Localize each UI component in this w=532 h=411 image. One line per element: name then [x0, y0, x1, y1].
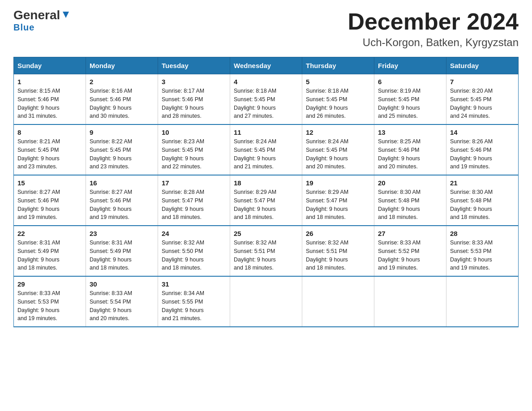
day-number: 31	[162, 280, 226, 288]
day-number: 9	[90, 128, 154, 136]
calendar-cell: 1Sunrise: 8:15 AM Sunset: 5:46 PM Daylig…	[14, 74, 86, 125]
day-info: Sunrise: 8:15 AM Sunset: 5:46 PM Dayligh…	[17, 87, 82, 120]
day-info: Sunrise: 8:31 AM Sunset: 5:49 PM Dayligh…	[17, 239, 82, 272]
column-header-monday: Monday	[86, 57, 158, 74]
day-info: Sunrise: 8:24 AM Sunset: 5:45 PM Dayligh…	[306, 137, 370, 171]
day-info: Sunrise: 8:30 AM Sunset: 5:48 PM Dayligh…	[378, 188, 442, 222]
day-info: Sunrise: 8:29 AM Sunset: 5:47 PM Dayligh…	[306, 188, 370, 222]
day-info: Sunrise: 8:26 AM Sunset: 5:46 PM Dayligh…	[450, 137, 515, 171]
calendar-cell: 22Sunrise: 8:31 AM Sunset: 5:49 PM Dayli…	[14, 226, 86, 276]
day-info: Sunrise: 8:33 AM Sunset: 5:53 PM Dayligh…	[17, 289, 82, 323]
column-header-saturday: Saturday	[446, 57, 519, 74]
day-number: 8	[17, 128, 82, 136]
day-info: Sunrise: 8:18 AM Sunset: 5:45 PM Dayligh…	[306, 87, 370, 120]
day-info: Sunrise: 8:30 AM Sunset: 5:48 PM Dayligh…	[450, 188, 515, 222]
day-number: 5	[306, 78, 370, 86]
day-number: 14	[450, 128, 515, 136]
title-block: December 2024 Uch-Korgon, Batken, Kyrgyz…	[348, 9, 519, 49]
day-number: 4	[234, 78, 298, 86]
calendar-cell: 6Sunrise: 8:19 AM Sunset: 5:45 PM Daylig…	[374, 74, 446, 125]
day-info: Sunrise: 8:32 AM Sunset: 5:51 PM Dayligh…	[306, 239, 370, 272]
day-number: 20	[378, 179, 442, 187]
calendar-table: SundayMondayTuesdayWednesdayThursdayFrid…	[13, 57, 519, 327]
day-info: Sunrise: 8:19 AM Sunset: 5:45 PM Dayligh…	[378, 87, 442, 120]
calendar-cell: 7Sunrise: 8:20 AM Sunset: 5:45 PM Daylig…	[446, 74, 519, 125]
calendar-cell: 23Sunrise: 8:31 AM Sunset: 5:49 PM Dayli…	[86, 226, 158, 276]
logo-blue: Blue	[13, 22, 34, 33]
calendar-cell: 9Sunrise: 8:22 AM Sunset: 5:45 PM Daylig…	[86, 124, 158, 175]
day-info: Sunrise: 8:29 AM Sunset: 5:47 PM Dayligh…	[234, 188, 298, 222]
day-number: 23	[90, 230, 154, 237]
svg-marker-0	[63, 12, 69, 18]
calendar-cell: 19Sunrise: 8:29 AM Sunset: 5:47 PM Dayli…	[302, 175, 374, 226]
day-number: 3	[162, 78, 226, 86]
calendar-cell: 2Sunrise: 8:16 AM Sunset: 5:46 PM Daylig…	[86, 74, 158, 125]
day-info: Sunrise: 8:28 AM Sunset: 5:47 PM Dayligh…	[162, 188, 226, 222]
day-number: 25	[234, 230, 298, 237]
calendar-cell: 27Sunrise: 8:33 AM Sunset: 5:52 PM Dayli…	[374, 226, 446, 276]
day-info: Sunrise: 8:27 AM Sunset: 5:46 PM Dayligh…	[17, 188, 82, 222]
calendar-cell: 26Sunrise: 8:32 AM Sunset: 5:51 PM Dayli…	[302, 226, 374, 276]
calendar-cell: 4Sunrise: 8:18 AM Sunset: 5:45 PM Daylig…	[230, 74, 302, 125]
day-number: 22	[17, 230, 82, 237]
day-number: 15	[17, 179, 82, 187]
day-info: Sunrise: 8:16 AM Sunset: 5:46 PM Dayligh…	[90, 87, 154, 120]
calendar-cell: 31Sunrise: 8:34 AM Sunset: 5:55 PM Dayli…	[158, 276, 230, 327]
day-info: Sunrise: 8:32 AM Sunset: 5:50 PM Dayligh…	[162, 239, 226, 272]
day-number: 28	[450, 230, 515, 237]
day-info: Sunrise: 8:23 AM Sunset: 5:45 PM Dayligh…	[162, 137, 226, 171]
day-info: Sunrise: 8:27 AM Sunset: 5:46 PM Dayligh…	[90, 188, 154, 222]
column-header-sunday: Sunday	[14, 57, 86, 74]
day-number: 16	[90, 179, 154, 187]
day-number: 1	[17, 78, 82, 86]
calendar-week-row: 8Sunrise: 8:21 AM Sunset: 5:45 PM Daylig…	[14, 124, 519, 175]
day-info: Sunrise: 8:32 AM Sunset: 5:51 PM Dayligh…	[234, 239, 298, 272]
calendar-cell: 29Sunrise: 8:33 AM Sunset: 5:53 PM Dayli…	[14, 276, 86, 327]
logo-general: General	[13, 9, 60, 21]
calendar-cell	[446, 276, 519, 327]
day-number: 21	[450, 179, 515, 187]
calendar-cell: 17Sunrise: 8:28 AM Sunset: 5:47 PM Dayli…	[158, 175, 230, 226]
day-info: Sunrise: 8:33 AM Sunset: 5:53 PM Dayligh…	[450, 239, 515, 272]
day-info: Sunrise: 8:24 AM Sunset: 5:45 PM Dayligh…	[234, 137, 298, 171]
calendar-cell	[302, 276, 374, 327]
day-number: 19	[306, 179, 370, 187]
page-header: General Blue December 2024 Uch-Korgon, B…	[13, 9, 519, 49]
logo: General Blue	[13, 9, 71, 33]
calendar-cell: 5Sunrise: 8:18 AM Sunset: 5:45 PM Daylig…	[302, 74, 374, 125]
calendar-cell: 16Sunrise: 8:27 AM Sunset: 5:46 PM Dayli…	[86, 175, 158, 226]
calendar-week-row: 29Sunrise: 8:33 AM Sunset: 5:53 PM Dayli…	[14, 276, 519, 327]
column-header-friday: Friday	[374, 57, 446, 74]
day-number: 7	[450, 78, 515, 86]
day-number: 29	[17, 280, 82, 288]
day-number: 17	[162, 179, 226, 187]
calendar-cell: 3Sunrise: 8:17 AM Sunset: 5:46 PM Daylig…	[158, 74, 230, 125]
column-header-wednesday: Wednesday	[230, 57, 302, 74]
calendar-cell: 15Sunrise: 8:27 AM Sunset: 5:46 PM Dayli…	[14, 175, 86, 226]
calendar-cell: 28Sunrise: 8:33 AM Sunset: 5:53 PM Dayli…	[446, 226, 519, 276]
day-info: Sunrise: 8:21 AM Sunset: 5:45 PM Dayligh…	[17, 137, 82, 171]
day-info: Sunrise: 8:31 AM Sunset: 5:49 PM Dayligh…	[90, 239, 154, 272]
day-number: 27	[378, 230, 442, 237]
calendar-cell	[374, 276, 446, 327]
day-info: Sunrise: 8:33 AM Sunset: 5:52 PM Dayligh…	[378, 239, 442, 272]
day-number: 24	[162, 230, 226, 237]
calendar-week-row: 15Sunrise: 8:27 AM Sunset: 5:46 PM Dayli…	[14, 175, 519, 226]
column-header-thursday: Thursday	[302, 57, 374, 74]
day-info: Sunrise: 8:18 AM Sunset: 5:45 PM Dayligh…	[234, 87, 298, 120]
day-number: 26	[306, 230, 370, 237]
calendar-cell: 11Sunrise: 8:24 AM Sunset: 5:45 PM Dayli…	[230, 124, 302, 175]
calendar-week-row: 1Sunrise: 8:15 AM Sunset: 5:46 PM Daylig…	[14, 74, 519, 125]
calendar-cell: 10Sunrise: 8:23 AM Sunset: 5:45 PM Dayli…	[158, 124, 230, 175]
calendar-week-row: 22Sunrise: 8:31 AM Sunset: 5:49 PM Dayli…	[14, 226, 519, 276]
calendar-cell: 24Sunrise: 8:32 AM Sunset: 5:50 PM Dayli…	[158, 226, 230, 276]
day-number: 12	[306, 128, 370, 136]
page-title: December 2024	[348, 9, 519, 34]
logo-triangle-icon	[61, 10, 71, 20]
day-info: Sunrise: 8:25 AM Sunset: 5:46 PM Dayligh…	[378, 137, 442, 171]
day-info: Sunrise: 8:34 AM Sunset: 5:55 PM Dayligh…	[162, 289, 226, 323]
page-subtitle: Uch-Korgon, Batken, Kyrgyzstan	[348, 36, 519, 49]
calendar-header-row: SundayMondayTuesdayWednesdayThursdayFrid…	[14, 57, 519, 74]
day-number: 30	[90, 280, 154, 288]
calendar-cell: 8Sunrise: 8:21 AM Sunset: 5:45 PM Daylig…	[14, 124, 86, 175]
